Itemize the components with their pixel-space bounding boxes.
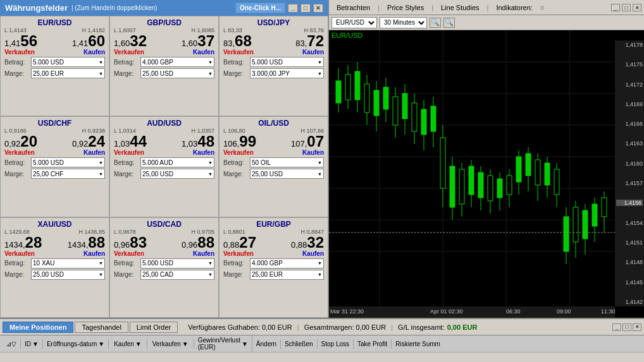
col-stoploss[interactable]: Stop Loss [318,339,354,349]
tile-betrag-val: 5.000 USD [33,159,64,166]
tile-marge-input[interactable]: 25,00 USD ▼ [250,169,324,179]
tile-betrag-input[interactable]: 5.000 USD ▼ [250,57,324,67]
tile-prices: 0,88 27 0,88 32 [223,235,324,250]
left-header-title: Währungsfelder | (Zum Handeln doppelklic… [5,3,157,13]
tab-tageshandel[interactable]: Tageshandel [75,322,128,333]
chart-tab-indikatoren[interactable]: Indikatoren: [491,3,537,13]
tile-betrag-input[interactable]: 4.000 GBP ▼ [250,258,324,268]
tile-buy-btn[interactable]: Kaufen [302,49,324,56]
col-risksumm[interactable]: Riskierte Summ [392,339,444,349]
zoom-in-btn[interactable]: 🔍 [443,18,455,28]
tab-meine-positionen[interactable]: Meine Positionen [3,322,73,333]
col-id[interactable]: ID ▼ [21,339,43,349]
tile-buy-big: 88 [197,235,214,250]
tile-sell-price: 83, 68 [223,33,252,49]
tile-marge-input[interactable]: 25,00 EUR ▼ [31,68,105,78]
col-andern[interactable]: Ändern [252,339,281,349]
col-kaufen[interactable]: Kaufen ▼ [109,339,147,349]
tile-sell-btn[interactable]: Verkaufen [223,149,254,156]
tile-betrag-row: Betrag: 4.000 GBP ▼ [114,57,214,67]
tile-buy-btn[interactable]: Kaufen [84,49,105,56]
tile-betrag-row: Betrag: 5.000 AUD ▼ [114,157,214,167]
tile-buy-btn[interactable]: Kaufen [302,149,324,156]
tile-marge-input[interactable]: 3.000,00 JPY ▼ [250,68,324,78]
tile-sell-btn[interactable]: Verkaufen [223,49,254,56]
col-schliessen[interactable]: Schließen [281,339,317,349]
chart-tab-line-studies[interactable]: Line Studies [436,3,485,13]
tile-betrag-input[interactable]: 4.000 GBP ▼ [140,57,214,67]
left-panel-title: Währungsfelder [5,3,68,13]
tile-marge-input[interactable]: 25,00 USD ▼ [31,270,105,280]
tile-betrag-val: 4.000 GBP [142,59,173,66]
tile-sell-btn[interactable]: Verkaufen [114,149,144,156]
chart-tab-price-styles[interactable]: Price Styles [382,3,429,13]
chart-win-minimize[interactable]: _ [611,4,620,11]
pnl-label: G/L insgesamt: [398,323,445,331]
tile-betrag-input[interactable]: 10 XAU ▼ [31,258,105,268]
chart-win-close[interactable]: ✕ [633,4,641,11]
svg-rect-54 [535,160,540,185]
svg-rect-32 [431,106,436,131]
bottom-win-minimize[interactable]: _ [612,323,621,331]
tile-betrag-input[interactable]: 5.000 USD ▼ [140,258,214,268]
tile-marge-input[interactable]: 25,00 CAD ▼ [140,270,214,280]
close-btn[interactable]: ✕ [313,4,323,13]
tile-marge-val: 25,00 CHF [33,171,63,178]
tile-marge-val: 25,00 EUR [33,70,64,77]
tile-sell-btn[interactable]: Verkaufen [114,49,144,56]
tile-sell-btn[interactable]: Verkaufen [4,49,35,56]
chart-win-restore[interactable]: □ [622,4,631,11]
tile-name: USD/JPY [223,18,324,27]
left-header-right: One-Click H... _ □ ✕ [235,3,323,13]
tile-betrag-arrow: ▼ [208,160,213,165]
svg-rect-50 [516,157,521,182]
tile-prices: 0,96 83 0,96 88 [114,235,214,250]
tile-betrag-input[interactable]: 50 OIL ▼ [250,157,324,167]
tile-marge-input[interactable]: 25,00 USD ▼ [140,68,214,78]
tile-buy-btn[interactable]: Kaufen [193,49,214,56]
tile-betrag-arrow: ▼ [99,261,103,265]
tile-sell-btn[interactable]: Verkaufen [4,250,35,257]
tile-buy-btn[interactable]: Kaufen [84,250,105,257]
tile-buy-btn[interactable]: Kaufen [84,149,105,156]
tile-marge-input[interactable]: 25,00 USD ▼ [140,169,214,179]
svg-rect-42 [478,172,483,198]
tile-buy-btn[interactable]: Kaufen [193,250,214,257]
svg-rect-34 [440,138,445,188]
tile-sell-btn[interactable]: Verkaufen [4,149,35,156]
tile-sell-btn[interactable]: Verkaufen [223,250,254,257]
tile-buy-price: 83, 72 [295,33,324,49]
tile-name: AUD/USD [114,119,214,128]
tab-limit-order[interactable]: Limit Order [130,322,178,333]
col-gwl[interactable]: Gewinn/Verlust(EUR) ▼ [194,335,252,352]
col-datum[interactable]: Eröffnungs-datum ▼ [43,339,109,349]
restore-btn[interactable]: □ [300,4,311,13]
bottom-win-restore[interactable]: □ [622,323,631,331]
one-click-label[interactable]: One-Click H... [235,3,285,13]
tile-marge-input[interactable]: 25,00 EUR ▼ [250,270,324,280]
bottom-win-close[interactable]: ✕ [633,323,641,331]
tile-betrag-input[interactable]: 5.000 USD ▼ [31,157,105,167]
tile-buy-small: 1,60 [182,39,197,48]
tile-buy-btn[interactable]: Kaufen [302,250,324,257]
pair-select[interactable]: EUR/USD [331,17,377,28]
chart-tab-betrachten[interactable]: Betrachten [331,3,375,13]
col-takeprofit[interactable]: Take Profit [354,339,392,349]
col-verkaufen[interactable]: Verkaufen ▼ [147,339,194,349]
tile-marge-val: 25,00 USD [142,70,173,77]
zoom-out-btn[interactable]: 🔍 [430,18,441,28]
timeframe-select[interactable]: 30 Minutes [380,17,427,28]
tile-marge-input[interactable]: 25,00 CHF ▼ [31,169,105,179]
tile-betrag-input[interactable]: 5.000 USD ▼ [31,57,105,67]
tile-marge-arrow: ▼ [208,272,213,277]
tile-betrag-input[interactable]: 5.000 AUD ▼ [140,157,214,167]
tile-betrag-label: Betrag: [4,59,31,66]
tile-sell-small: 0,96 [114,240,130,250]
tile-sell-big: 32 [130,33,147,49]
tile-betrag-label: Betrag: [223,159,250,166]
currency-tile-USD-CHF: USD/CHF L 0,9186 H 0,9238 0,92 20 0,92 2… [0,116,109,217]
tile-marge-row: Marge: 25,00 CAD ▼ [114,270,214,280]
tile-sell-btn[interactable]: Verkaufen [114,250,144,257]
minimize-btn[interactable]: _ [288,4,298,13]
tile-buy-btn[interactable]: Kaufen [193,149,214,156]
